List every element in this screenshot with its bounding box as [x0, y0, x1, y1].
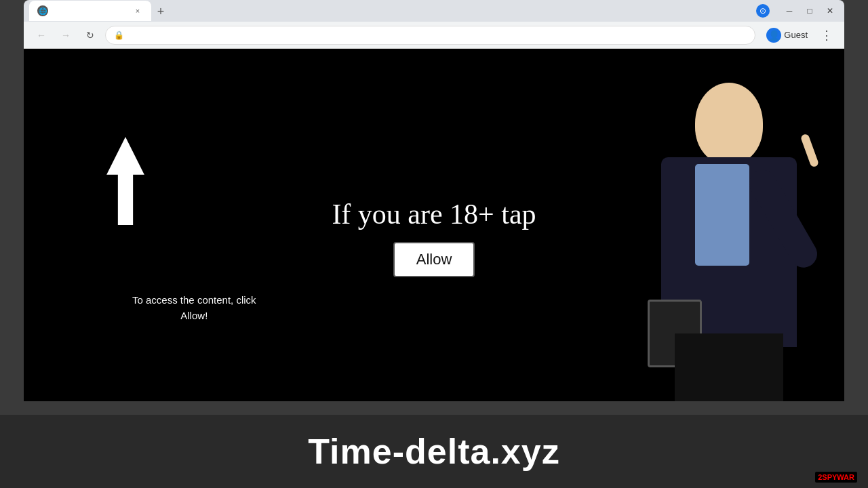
active-tab[interactable]: 🌐 × — [29, 1, 151, 21]
title-bar: 🌐 × + ⊙ ─ □ ✕ — [24, 0, 844, 22]
profile-icon: 👤 — [766, 28, 781, 43]
arrow-up-icon — [105, 137, 146, 225]
person-shirt — [695, 164, 749, 266]
tab-close-button[interactable]: × — [132, 5, 143, 16]
person-body — [641, 76, 831, 401]
svg-marker-0 — [106, 137, 144, 225]
minimize-button[interactable]: ─ — [781, 2, 798, 20]
browser-window: 🌐 × + ⊙ ─ □ ✕ ← → ↻ 🔒 — [24, 0, 844, 401]
sub-text-line2: Allow! — [180, 310, 208, 321]
address-bar: ← → ↻ 🔒 👤 Guest ⋮ — [24, 22, 844, 49]
chrome-menu-button[interactable]: ⋮ — [817, 26, 836, 45]
person-icon: 👤 — [768, 30, 780, 41]
sub-text: To access the content, click Allow! — [132, 293, 256, 323]
profile-name: Guest — [784, 30, 808, 40]
sub-text-line1: To access the content, click — [132, 294, 256, 306]
close-button[interactable]: ✕ — [821, 2, 839, 20]
maximize-button[interactable]: □ — [801, 2, 818, 20]
toolbar-right: 👤 Guest ⋮ — [761, 26, 836, 45]
main-heading: If you are 18+ tap — [332, 198, 536, 230]
site-name: Time-delta.xyz — [308, 431, 559, 472]
woman-figure — [614, 49, 844, 401]
person-legs — [675, 333, 783, 401]
new-tab-button[interactable]: + — [151, 2, 170, 21]
reload-button[interactable]: ↻ — [81, 26, 100, 45]
bottom-bar: Time-delta.xyz 2SPYWAR — [0, 415, 868, 488]
lock-icon: 🔒 — [114, 30, 124, 40]
back-button[interactable]: ← — [32, 26, 51, 45]
page-content: If you are 18+ tap Allow To access the c… — [24, 49, 844, 401]
tab-favicon: 🌐 — [37, 5, 48, 16]
profile-button[interactable]: 👤 Guest — [761, 26, 813, 44]
forward-button[interactable]: → — [56, 26, 75, 45]
profile-avatar: ⊙ — [756, 4, 770, 18]
spyware-badge: 2SPYWAR — [815, 472, 857, 483]
address-input-wrapper: 🔒 — [105, 26, 755, 45]
window-controls: ⊙ ─ □ ✕ — [756, 2, 839, 20]
chrome-icon: ⊙ — [760, 6, 766, 16]
person-finger — [800, 133, 819, 167]
person-head — [695, 83, 763, 164]
allow-button[interactable]: Allow — [393, 242, 475, 277]
